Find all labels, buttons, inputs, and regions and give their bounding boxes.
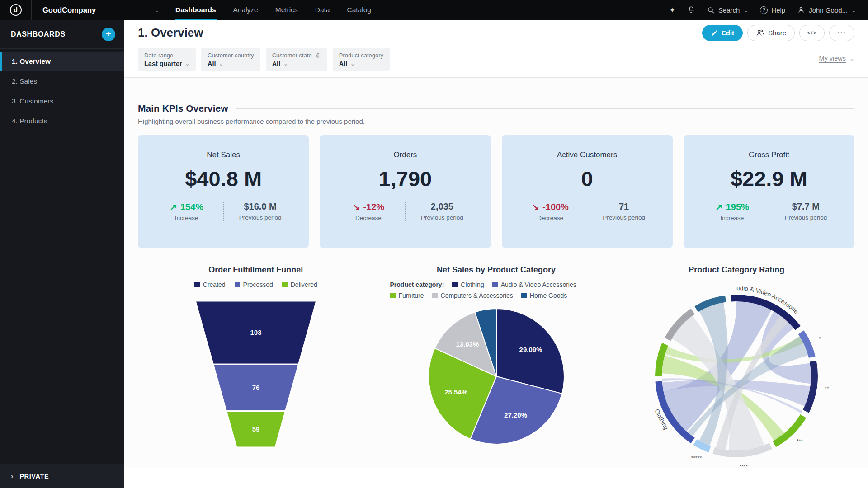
svg-text:13.03%: 13.03% xyxy=(456,340,479,348)
funnel-chart-widget[interactable]: Order Fulfillment Funnel Created Process… xyxy=(138,265,374,473)
tab-dashboards[interactable]: Dashboards xyxy=(175,0,217,20)
svg-text:*****: ***** xyxy=(691,455,702,461)
svg-text:**: ** xyxy=(825,385,830,392)
chord-diagram: ***************Clothingudio & Video Acce… xyxy=(642,277,831,473)
my-views-dropdown[interactable]: My views ⌄ xyxy=(819,55,854,62)
sidebar-title: DASHBOARDS xyxy=(11,30,66,38)
share-button[interactable]: Share xyxy=(747,25,795,41)
main-nav-tabs: Dashboards Analyze Metrics Data Catalog xyxy=(175,0,372,20)
tab-analyze[interactable]: Analyze xyxy=(232,0,259,20)
chord-chart-widget[interactable]: Product Category Rating ***************C… xyxy=(618,265,854,473)
chord-chart-title: Product Category Rating xyxy=(689,265,784,275)
edit-button[interactable]: Edit xyxy=(702,25,743,41)
workspace-name: GoodCompany xyxy=(42,6,96,14)
chevron-down-icon: ⌄ xyxy=(283,61,288,67)
kpi-card-active-customers[interactable]: Active Customers 0 ↘-100% Decrease 71 Pr… xyxy=(502,135,673,248)
svg-text:***: *** xyxy=(797,438,803,445)
sidebar-item-sales[interactable]: 2. Sales xyxy=(0,71,124,91)
main-content: 1. Overview Edit Share </> ··· Date ra xyxy=(124,20,868,488)
section-title: Main KPIs Overview xyxy=(138,103,228,114)
help-label: Help xyxy=(771,6,785,14)
legend-swatch xyxy=(492,282,498,287)
more-options-button[interactable]: ··· xyxy=(829,25,854,41)
legend-swatch xyxy=(235,282,240,287)
legend-swatch xyxy=(390,293,396,298)
trend-arrow-icon: ↘ xyxy=(353,202,360,212)
kpi-value: 1,790 xyxy=(376,167,435,192)
chevron-down-icon: ⌄ xyxy=(154,7,159,14)
svg-text:103: 103 xyxy=(250,328,261,336)
pie-chart-widget[interactable]: Net Sales by Product Category Product ca… xyxy=(378,265,614,473)
people-icon xyxy=(756,29,764,37)
filter-date-range[interactable]: Date range Last quarter⌄ xyxy=(138,48,196,71)
kpi-card-net-sales[interactable]: Net Sales $40.8 M ↗154% Increase $16.0 M… xyxy=(138,135,309,248)
trend-arrow-icon: ↘ xyxy=(532,202,539,212)
gooddata-logo-icon: d xyxy=(10,4,22,16)
dashboards-sidebar: DASHBOARDS + 1. Overview 2. Sales 3. Cus… xyxy=(0,20,124,488)
funnel-chart: 1037659 xyxy=(188,299,324,449)
filter-bar: Date range Last quarter⌄ Customer countr… xyxy=(124,46,868,77)
tab-data[interactable]: Data xyxy=(314,0,331,20)
pie-chart-title: Net Sales by Product Category xyxy=(437,265,556,275)
dashboard-content: Main KPIs Overview Highlighting overall … xyxy=(124,78,868,468)
dashboard-header: 1. Overview Edit Share </> ··· xyxy=(124,20,868,46)
sidebar-header: DASHBOARDS + xyxy=(0,20,124,49)
svg-text:27.20%: 27.20% xyxy=(504,411,527,419)
sidebar-item-overview[interactable]: 1. Overview xyxy=(0,52,124,71)
user-menu[interactable]: John Good... ⌄ xyxy=(797,6,856,14)
tab-catalog[interactable]: Catalog xyxy=(346,0,372,20)
page-title: 1. Overview xyxy=(138,26,203,40)
svg-text:****: **** xyxy=(740,464,748,470)
section-divider-line xyxy=(236,108,854,109)
pie-legend: Product category: Clothing Audio & Video… xyxy=(390,281,603,299)
kpi-value: 0 xyxy=(579,167,596,192)
funnel-legend: Created Processed Delivered xyxy=(194,281,317,288)
kpi-value: $22.9 M xyxy=(728,167,810,192)
sidebar-item-products[interactable]: 4. Products xyxy=(0,111,124,131)
svg-text:59: 59 xyxy=(252,425,259,433)
dashed-divider xyxy=(223,202,224,221)
legend-swatch xyxy=(194,282,200,287)
filter-customer-state[interactable]: Customer state All⌄ xyxy=(266,48,327,71)
legend-swatch xyxy=(521,293,527,298)
notifications-bell-icon[interactable] xyxy=(687,6,695,14)
user-name: John Good... xyxy=(809,6,848,14)
search-label: Search xyxy=(718,6,740,14)
topbar-right-actions: ✦ Search ⌄ ? Help John Good... ⌄ xyxy=(669,0,868,20)
funnel-chart-title: Order Fulfillment Funnel xyxy=(208,265,303,275)
private-label: PRIVATE xyxy=(19,473,49,480)
chevron-down-icon: ⌄ xyxy=(849,55,854,62)
section-header: Main KPIs Overview xyxy=(138,103,854,114)
filter-customer-country[interactable]: Customer country All⌄ xyxy=(201,48,260,71)
private-section-toggle[interactable]: › PRIVATE xyxy=(0,464,124,488)
sidebar-item-customers[interactable]: 3. Customers xyxy=(0,91,124,111)
dashboard-list: 1. Overview 2. Sales 3. Customers 4. Pro… xyxy=(0,49,124,131)
legend-swatch xyxy=(432,293,438,298)
dashed-divider xyxy=(587,202,587,221)
chevron-down-icon: ⌄ xyxy=(851,7,856,14)
dashed-divider xyxy=(769,202,769,221)
trend-arrow-icon: ↗ xyxy=(170,202,177,212)
app-logo[interactable]: d xyxy=(0,0,32,20)
tab-metrics[interactable]: Metrics xyxy=(274,0,299,20)
help-control[interactable]: ? Help xyxy=(760,6,785,14)
workspace-picker[interactable]: GoodCompany ⌄ xyxy=(32,0,167,20)
kpi-card-orders[interactable]: Orders 1,790 ↘-12% Decrease 2,035 Previo… xyxy=(320,135,491,248)
svg-text:*: * xyxy=(819,336,821,342)
pencil-icon xyxy=(711,29,718,37)
add-dashboard-button[interactable]: + xyxy=(102,28,115,41)
help-icon: ? xyxy=(760,6,768,14)
section-subtitle: Highlighting overall business performanc… xyxy=(138,117,854,125)
chevron-down-icon: ⌄ xyxy=(219,61,223,67)
legend-swatch xyxy=(452,282,458,287)
chevron-down-icon: ⌄ xyxy=(743,7,748,14)
search-icon xyxy=(707,6,715,14)
svg-text:76: 76 xyxy=(252,384,259,391)
embed-code-button[interactable]: </> xyxy=(799,25,825,41)
charts-row: Order Fulfillment Funnel Created Process… xyxy=(138,265,854,473)
search-control[interactable]: Search ⌄ xyxy=(707,6,748,14)
filter-product-category[interactable]: Product category All⌄ xyxy=(333,48,390,71)
kpi-card-gross-profit[interactable]: Gross Profit $22.9 M ↗195% Increase $7.7… xyxy=(684,135,854,248)
ai-assistant-icon[interactable]: ✦ xyxy=(669,6,675,14)
trend-arrow-icon: ↗ xyxy=(715,202,723,212)
